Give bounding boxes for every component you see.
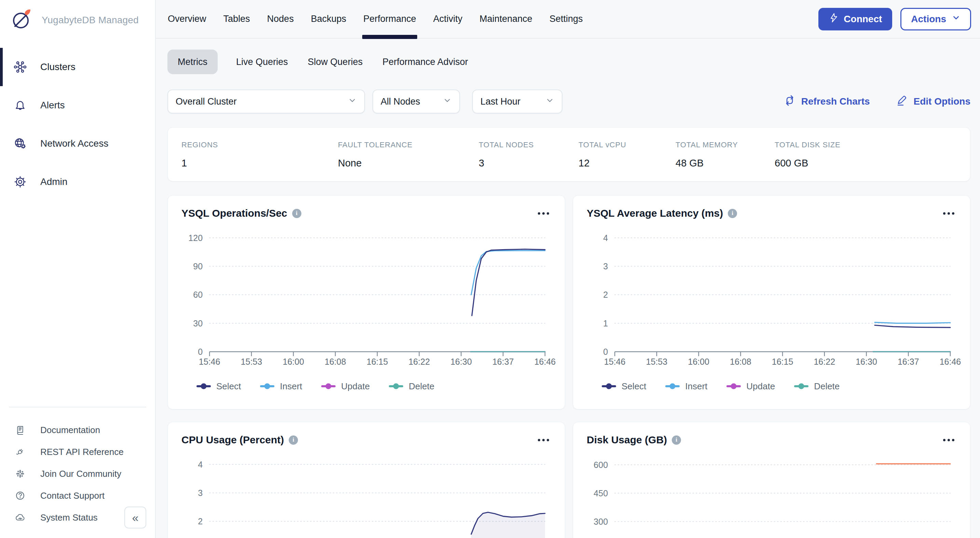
subtab-metrics[interactable]: Metrics <box>167 49 218 74</box>
sidebar-item-system-status[interactable]: System Status « <box>0 506 155 528</box>
connect-label: Connect <box>844 14 882 25</box>
cluster-summary-card: REGIONS 1 FAULT TOLERANCE None TOTAL NOD… <box>167 127 970 181</box>
legend-label: Select <box>622 381 646 392</box>
svg-text:16:30: 16:30 <box>856 357 877 366</box>
info-icon[interactable] <box>289 435 298 445</box>
info-icon[interactable] <box>672 435 681 445</box>
tab-backups[interactable]: Backups <box>302 0 355 38</box>
svg-text:450: 450 <box>593 489 608 498</box>
stat-value: 12 <box>579 158 676 169</box>
stat-label: TOTAL vCPU <box>579 140 676 150</box>
subtab-label: Metrics <box>178 57 207 67</box>
sidebar-item-documentation[interactable]: Documentation <box>0 419 155 441</box>
legend-marker-icon <box>260 385 274 387</box>
tab-nodes[interactable]: Nodes <box>259 0 302 38</box>
subtab-label: Performance Advisor <box>382 57 468 67</box>
stat-value: 48 GB <box>676 158 775 169</box>
legend-item[interactable]: Select <box>602 381 646 392</box>
refresh-charts-button[interactable]: Refresh Charts <box>784 94 870 109</box>
tab-settings[interactable]: Settings <box>541 0 592 38</box>
legend-marker-icon <box>665 385 679 387</box>
stat-total-vcpu: TOTAL vCPU 12 <box>579 140 676 169</box>
performance-subtabs: Metrics Live Queries Slow Queries Perfor… <box>167 49 980 74</box>
kebab-menu-icon[interactable] <box>536 210 551 217</box>
stat-label: TOTAL MEMORY <box>676 140 775 150</box>
lightning-icon <box>829 13 839 25</box>
chart-title: YSQL Operations/Sec <box>181 207 287 219</box>
subtab-slow-queries[interactable]: Slow Queries <box>307 49 364 74</box>
app-window: YugabyteDB Managed Clusters <box>0 0 980 538</box>
stat-total-nodes: TOTAL NODES 3 <box>479 140 579 169</box>
stat-label: TOTAL NODES <box>479 140 579 150</box>
svg-text:16:30: 16:30 <box>450 357 472 366</box>
sidebar-item-clusters[interactable]: Clusters <box>0 48 155 86</box>
info-icon[interactable] <box>292 209 301 218</box>
svg-text:16:00: 16:00 <box>283 357 304 366</box>
legend-item[interactable]: Delete <box>389 381 434 392</box>
chart-title: CPU Usage (Percent) <box>181 434 284 446</box>
sidebar-item-community[interactable]: Join Our Community <box>0 463 155 485</box>
cluster-select[interactable]: Overall Cluster <box>167 89 365 113</box>
sidebar-item-admin[interactable]: Admin <box>0 163 155 201</box>
cluster-select-value: Overall Cluster <box>176 96 237 107</box>
chart-actions: Refresh Charts Edit Options <box>784 94 970 109</box>
tab-performance[interactable]: Performance <box>355 0 425 38</box>
tab-maintenance[interactable]: Maintenance <box>471 0 541 38</box>
nodes-select[interactable]: All Nodes <box>372 89 460 113</box>
ysql-latency-chart: 0123415:4615:5316:0016:0816:1516:2216:30… <box>587 224 956 374</box>
tab-label: Performance <box>363 14 416 24</box>
sidebar-item-support[interactable]: Contact Support <box>0 485 155 506</box>
topbar-actions: Connect Actions <box>818 8 971 30</box>
actions-button[interactable]: Actions <box>900 8 971 30</box>
chart-title: Disk Usage (GB) <box>587 434 667 446</box>
stat-fault-tolerance: FAULT TOLERANCE None <box>338 140 479 169</box>
divider <box>9 407 146 407</box>
kebab-menu-icon[interactable] <box>536 437 551 443</box>
chevron-down-icon <box>443 96 452 107</box>
refresh-icon <box>784 94 796 109</box>
legend-item[interactable]: Delete <box>794 381 840 392</box>
legend-item[interactable]: Select <box>196 381 241 392</box>
legend-item[interactable]: Update <box>321 381 370 392</box>
plug-icon <box>14 446 27 457</box>
sidebar-item-alerts[interactable]: Alerts <box>0 86 155 124</box>
globe-gear-icon <box>12 137 28 150</box>
legend-item[interactable]: Insert <box>260 381 302 392</box>
tab-label: Maintenance <box>479 14 532 24</box>
chart-legend: SelectInsertUpdateDelete <box>196 379 551 393</box>
kebab-menu-icon[interactable] <box>941 210 956 217</box>
stat-label: TOTAL DISK SIZE <box>775 140 970 150</box>
svg-text:16:08: 16:08 <box>325 357 346 366</box>
sidebar-collapse-button[interactable]: « <box>124 506 146 528</box>
tab-tables[interactable]: Tables <box>215 0 259 38</box>
cpu-usage-chart: 01234 <box>181 450 551 538</box>
chart-card-ysql-latency: YSQL Average Latency (ms) 0123415:4615:5… <box>573 195 970 409</box>
refresh-charts-label: Refresh Charts <box>801 96 870 107</box>
info-icon[interactable] <box>728 209 737 218</box>
tab-overview[interactable]: Overview <box>159 0 215 38</box>
subtab-live-queries[interactable]: Live Queries <box>235 49 290 74</box>
sidebar-item-rest-api[interactable]: REST API Reference <box>0 441 155 463</box>
time-range-select[interactable]: Last Hour <box>472 89 562 113</box>
svg-text:15:46: 15:46 <box>199 357 220 366</box>
connect-button[interactable]: Connect <box>818 8 892 30</box>
chevron-down-icon <box>546 96 554 107</box>
kebab-menu-icon[interactable] <box>941 437 956 443</box>
edit-options-button[interactable]: Edit Options <box>896 94 970 109</box>
legend-marker-icon <box>321 385 336 387</box>
disk-usage-chart: 0150300450600 <box>587 450 956 538</box>
legend-item[interactable]: Update <box>727 381 775 392</box>
legend-marker-icon <box>727 385 741 387</box>
chevron-down-icon <box>951 13 961 25</box>
nodes-select-value: All Nodes <box>381 96 420 107</box>
chart-header: CPU Usage (Percent) <box>181 432 551 447</box>
time-range-value: Last Hour <box>480 96 520 107</box>
ysql-operations-chart: 030609012015:4615:5316:0016:0816:1516:22… <box>181 224 551 374</box>
legend-item[interactable]: Insert <box>665 381 707 392</box>
sidebar-item-network-access[interactable]: Network Access <box>0 124 155 163</box>
svg-text:16:15: 16:15 <box>367 357 388 366</box>
stat-value: 3 <box>479 158 579 169</box>
subtab-performance-advisor[interactable]: Performance Advisor <box>381 49 469 74</box>
svg-text:15:53: 15:53 <box>646 357 668 366</box>
tab-activity[interactable]: Activity <box>425 0 471 38</box>
